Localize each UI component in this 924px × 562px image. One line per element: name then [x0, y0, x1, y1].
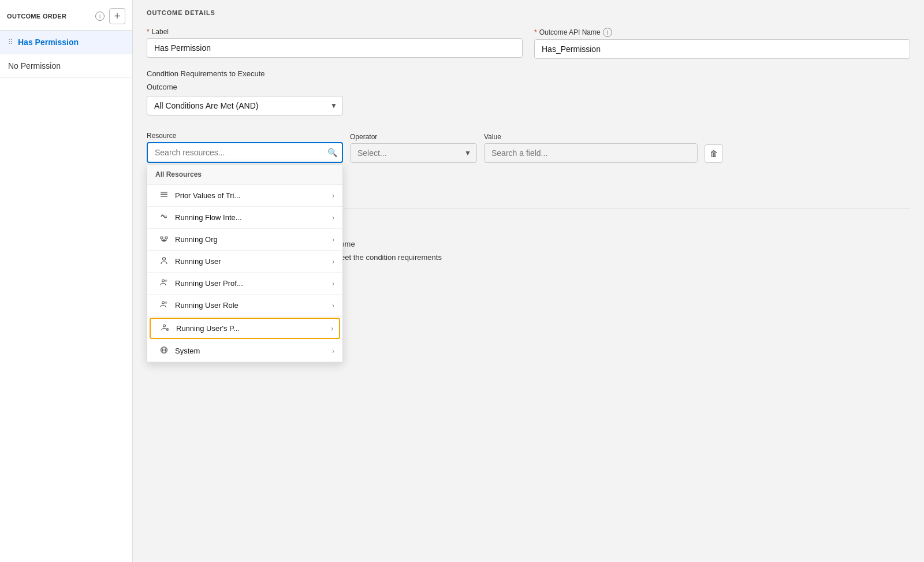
dropdown-item-text: Running User Role [175, 301, 239, 310]
resource-dropdown-menu: All Resources [147, 164, 343, 363]
dropdown-item-text: Running Org [175, 235, 218, 244]
info-icon[interactable]: i [95, 12, 105, 21]
condition-requirements-label: Condition Requirements to Execute [147, 69, 910, 78]
label-group: * Label [147, 28, 523, 58]
dropdown-item-text: Running User Prof... [175, 279, 243, 288]
svg-point-10 [163, 258, 166, 260]
sidebar-item-label: Has Permission [18, 38, 79, 47]
dropdown-scroll-area[interactable]: Prior Values of Tri... › [147, 185, 342, 362]
value-label: Value [484, 133, 698, 141]
section-title: OUTCOME DETAILS [133, 0, 924, 22]
api-name-info-icon[interactable]: i [603, 28, 612, 37]
chevron-right-icon: › [332, 347, 334, 355]
value-group: Value [484, 133, 698, 163]
chevron-right-icon: › [332, 258, 334, 266]
sidebar: OUTCOME ORDER i + ⠿ Has Permission No Pe… [0, 0, 133, 562]
chevron-right-icon: › [332, 280, 334, 288]
sidebar-title: OUTCOME ORDER [7, 12, 91, 20]
dropdown-item-system[interactable]: System › [147, 340, 342, 362]
dropdown-item-text: Running User's P... [176, 324, 240, 333]
svg-rect-3 [161, 237, 163, 239]
list-icon [159, 191, 169, 200]
dropdown-item-running-user-prof[interactable]: Running User Prof... › [147, 273, 342, 295]
svg-rect-1 [161, 194, 167, 195]
system-icon [159, 346, 169, 356]
svg-rect-4 [165, 237, 167, 239]
main-body: * Label * Outcome API Name i Condition R… [133, 22, 924, 273]
user-profile-icon [159, 278, 169, 288]
api-name-group: * Outcome API Name i [534, 28, 910, 59]
label-apiname-row: * Label * Outcome API Name i [147, 28, 910, 59]
org-icon [159, 235, 169, 244]
sidebar-item-label: No Permission [8, 61, 61, 70]
api-name-label: * Outcome API Name i [534, 28, 910, 37]
label-input[interactable] [147, 38, 523, 58]
svg-point-13 [162, 302, 165, 304]
required-star-2: * [534, 28, 537, 36]
dropdown-item-running-org[interactable]: Running Org › [147, 229, 342, 251]
dropdown-item-text: Running Flow Inte... [175, 213, 242, 222]
dropdown-item-running-user-role[interactable]: Running User Role › [147, 295, 342, 317]
resource-group: Resource 🔍 All Resources [147, 132, 343, 163]
user-icon [159, 256, 169, 266]
label-field-label: * Label [147, 28, 523, 36]
svg-point-15 [163, 325, 166, 327]
svg-point-14 [165, 302, 167, 304]
sidebar-item-has-permission[interactable]: ⠿ Has Permission [0, 31, 132, 54]
dropdown-item-text: System [175, 347, 200, 355]
api-name-input[interactable] [534, 39, 910, 59]
svg-rect-0 [161, 192, 167, 193]
resource-operator-value-row: Resource 🔍 All Resources [147, 132, 910, 163]
user-role-icon [159, 300, 169, 310]
dropdown-item-prior-values[interactable]: Prior Values of Tri... › [147, 185, 342, 207]
dropdown-item-text: Prior Values of Tri... [175, 191, 240, 200]
condition-select-wrapper: All Conditions Are Met (AND) Any Conditi… [147, 96, 343, 116]
dropdown-item-running-flow-inte[interactable]: Running Flow Inte... › [147, 207, 342, 229]
operator-label: Operator [350, 133, 477, 141]
sidebar-header: OUTCOME ORDER i + [0, 0, 132, 31]
required-star: * [147, 28, 150, 36]
dropdown-item-text: Running User [175, 257, 221, 266]
condition-outcome-label: Outcome [147, 83, 910, 91]
user-perm-icon [160, 323, 170, 333]
flow-icon [159, 213, 169, 222]
condition-requirements-select[interactable]: All Conditions Are Met (AND) Any Conditi… [147, 96, 343, 116]
chevron-right-icon: › [332, 302, 334, 310]
svg-point-11 [162, 280, 165, 282]
resource-search-input[interactable] [147, 142, 343, 163]
chevron-right-icon: › [332, 192, 334, 200]
drag-handle-icon: ⠿ [8, 38, 13, 46]
chevron-right-icon: › [331, 325, 333, 333]
operator-select[interactable]: Select... [350, 143, 477, 163]
delete-condition-button[interactable]: 🗑 [705, 144, 723, 163]
svg-point-12 [165, 280, 167, 282]
dropdown-item-running-users-p[interactable]: Running User's P... › [150, 318, 340, 339]
chevron-right-icon: › [332, 236, 334, 244]
value-search-input[interactable] [484, 143, 698, 163]
add-outcome-button[interactable]: + [109, 8, 125, 24]
trash-icon: 🗑 [710, 149, 718, 158]
resource-label: Resource [147, 132, 343, 140]
dropdown-all-resources-header: All Resources [147, 165, 342, 185]
svg-rect-2 [161, 196, 167, 197]
operator-group: Operator Select... ▼ [350, 133, 477, 163]
resource-input-wrapper: 🔍 All Resources [147, 142, 343, 163]
condition-section: Condition Requirements to Execute Outcom… [147, 69, 910, 116]
sidebar-item-no-permission[interactable]: No Permission [0, 54, 132, 78]
main-content: OUTCOME DETAILS * Label * Outcome API Na… [133, 0, 924, 562]
chevron-right-icon: › [332, 214, 334, 222]
dropdown-item-running-user[interactable]: Running User › [147, 251, 342, 273]
operator-select-wrapper: Select... ▼ [350, 143, 477, 163]
